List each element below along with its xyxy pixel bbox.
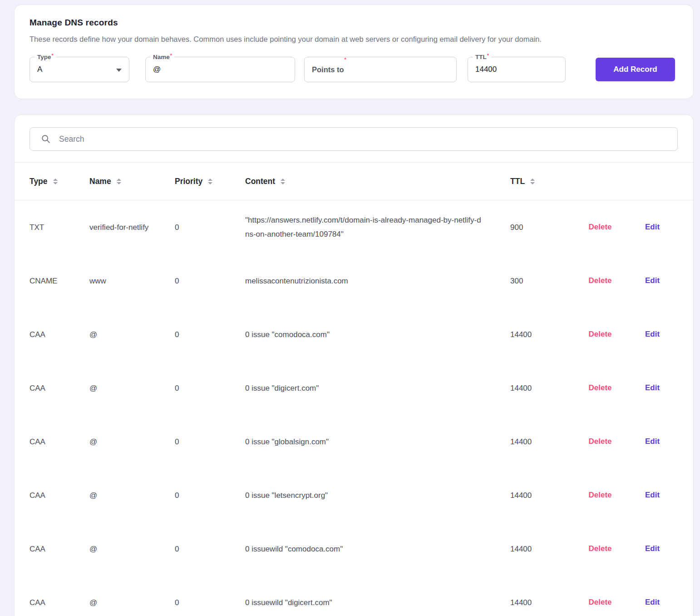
cell-ttl: 14400 [510, 381, 574, 395]
cell-priority: 0 [175, 381, 245, 395]
delete-button[interactable]: Delete [588, 330, 611, 339]
sort-icon[interactable] [116, 178, 122, 185]
cell-ttl: 300 [510, 274, 574, 288]
cell-name: @ [89, 542, 175, 556]
table-row: CAA @ 0 0 issue "letsencrypt.org" 14400 … [15, 468, 693, 522]
type-select-value: A [30, 57, 129, 82]
search-box[interactable] [30, 127, 678, 151]
column-header-type[interactable]: Type [30, 177, 89, 186]
cell-priority: 0 [175, 328, 245, 342]
cell-name: @ [89, 328, 175, 342]
required-asterisk: * [170, 53, 172, 58]
ttl-input[interactable] [468, 57, 565, 82]
table-row: CAA @ 0 0 issue "globalsign.com" 14400 D… [15, 415, 693, 468]
table-row: CAA @ 0 0 issue "digicert.com" 14400 Del… [15, 361, 693, 415]
cell-priority: 0 [175, 542, 245, 556]
cell-name: www [89, 274, 175, 288]
cell-priority: 0 [175, 488, 245, 502]
sort-icon[interactable] [280, 178, 286, 185]
cell-content: "https://answers.netlify.com/t/domain-is… [245, 213, 510, 241]
column-header-name[interactable]: Name [89, 177, 175, 186]
edit-button[interactable]: Edit [645, 330, 660, 339]
delete-button[interactable]: Delete [588, 223, 611, 232]
table-row: TXT verified-for-netlify 0 "https://answ… [15, 200, 693, 254]
cell-name: @ [89, 488, 175, 502]
search-icon [41, 134, 51, 144]
cell-priority: 0 [175, 220, 245, 234]
delete-button[interactable]: Delete [588, 491, 611, 500]
delete-button[interactable]: Delete [588, 276, 611, 285]
edit-button[interactable]: Edit [645, 223, 660, 232]
dns-records-table-card: Type Name Priority Content TTL TXT verif… [14, 114, 694, 616]
cell-priority: 0 [175, 435, 245, 449]
cell-name: @ [89, 596, 175, 610]
cell-name: @ [89, 381, 175, 395]
cell-content: melissacontenutrizionista.com [245, 274, 510, 288]
cell-content: 0 issue "digicert.com" [245, 381, 510, 395]
cell-type: CAA [30, 488, 89, 502]
edit-button[interactable]: Edit [645, 544, 660, 553]
table-header-row: Type Name Priority Content TTL [15, 162, 693, 200]
table-row: CAA @ 0 0 issuewild "comodoca.com" 14400… [15, 522, 693, 576]
cell-priority: 0 [175, 274, 245, 288]
name-label: Name* [151, 53, 174, 61]
edit-button[interactable]: Edit [645, 491, 660, 500]
cell-content: 0 issue "comodoca.com" [245, 328, 510, 342]
cell-ttl: 900 [510, 220, 574, 234]
ttl-label: TTL* [473, 53, 491, 61]
cell-type: CAA [30, 328, 89, 342]
name-field[interactable]: Name* [145, 57, 295, 82]
name-input[interactable] [146, 57, 295, 82]
edit-button[interactable]: Edit [645, 437, 660, 446]
cell-ttl: 14400 [510, 596, 574, 610]
required-asterisk: * [52, 53, 54, 58]
cell-type: CNAME [30, 274, 89, 288]
cell-ttl: 14400 [510, 542, 574, 556]
cell-ttl: 14400 [510, 328, 574, 342]
cell-type: CAA [30, 381, 89, 395]
delete-button[interactable]: Delete [588, 598, 611, 607]
column-header-priority[interactable]: Priority [175, 177, 245, 186]
type-label: Type* [35, 53, 56, 61]
search-input[interactable] [59, 134, 670, 144]
edit-button[interactable]: Edit [645, 276, 660, 285]
cell-content: 0 issue "globalsign.com" [245, 435, 510, 449]
points-to-input[interactable] [305, 57, 456, 82]
page-title: Manage DNS records [30, 18, 678, 28]
type-select[interactable]: Type* A [30, 57, 129, 82]
column-header-ttl[interactable]: TTL [510, 177, 574, 186]
cell-type: CAA [30, 542, 89, 556]
delete-button[interactable]: Delete [588, 437, 611, 446]
cell-content: 0 issue "letsencrypt.org" [245, 488, 510, 502]
edit-button[interactable]: Edit [645, 598, 660, 607]
table-row: CNAME www 0 melissacontenutrizionista.co… [15, 254, 693, 308]
cell-content: 0 issuewild "comodoca.com" [245, 542, 510, 556]
sort-icon[interactable] [207, 178, 213, 185]
cell-ttl: 14400 [510, 435, 574, 449]
cell-type: TXT [30, 220, 89, 234]
cell-type: CAA [30, 435, 89, 449]
ttl-field[interactable]: TTL* [468, 57, 566, 82]
required-asterisk: * [487, 53, 489, 58]
points-to-field[interactable]: Points to* [304, 57, 457, 82]
delete-button[interactable]: Delete [588, 383, 611, 392]
cell-ttl: 14400 [510, 488, 574, 502]
chevron-down-icon [116, 69, 122, 72]
cell-type: CAA [30, 596, 89, 610]
cell-content: 0 issuewild "digicert.com" [245, 596, 510, 610]
delete-button[interactable]: Delete [588, 544, 611, 553]
table-row: CAA @ 0 0 issuewild "digicert.com" 14400… [15, 576, 693, 616]
add-record-form: Type* A Name* Points to* TTL* Add Record [30, 57, 678, 82]
page-description: These records define how your domain beh… [30, 35, 678, 44]
edit-button[interactable]: Edit [645, 383, 660, 392]
table-row: CAA @ 0 0 issue "comodoca.com" 14400 Del… [15, 308, 693, 361]
cell-name: verified-for-netlify [89, 220, 175, 234]
manage-dns-card: Manage DNS records These records define … [14, 5, 694, 99]
cell-name: @ [89, 435, 175, 449]
search-area [15, 115, 693, 162]
cell-priority: 0 [175, 596, 245, 610]
add-record-button[interactable]: Add Record [596, 58, 675, 81]
sort-icon[interactable] [52, 178, 59, 185]
column-header-content[interactable]: Content [245, 177, 510, 186]
sort-icon[interactable] [529, 178, 536, 185]
